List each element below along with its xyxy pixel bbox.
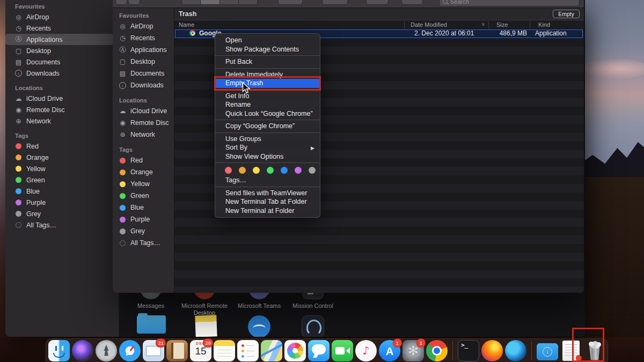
group-button[interactable] (278, 0, 303, 5)
sidebar-item-recents[interactable]: ◷Recents (113, 32, 171, 44)
menu-item-quick-look-google-chrome[interactable]: Quick Look “Google Chrome” (215, 109, 320, 119)
sidebar-item-purple[interactable]: Purple (113, 213, 171, 225)
sidebar-item-applications[interactable]: ⒶApplications (5, 34, 114, 45)
dock-item-siri[interactable] (72, 340, 93, 361)
sidebar-item-all-tags[interactable]: All Tags… (113, 237, 171, 249)
tag-color-dot[interactable] (309, 167, 316, 174)
dock-item-maps[interactable] (261, 340, 282, 361)
dock-item-launchpad[interactable] (96, 340, 117, 361)
menu-item-show-package-contents[interactable]: Show Package Contents (215, 45, 320, 54)
sidebar-item-documents[interactable]: ▤Documents (113, 68, 171, 79)
column-size[interactable]: Size (496, 21, 508, 28)
dock-item-notes[interactable] (214, 340, 235, 361)
sidebar-item-airdrop[interactable]: ◎AirDrop (113, 20, 171, 32)
menu-item-sort-by[interactable]: Sort By▶ (215, 143, 320, 152)
sidebar-item-grey[interactable]: Grey (5, 208, 114, 219)
dock-item-documents-stack[interactable] (560, 340, 582, 361)
openoffice-icon[interactable] (248, 315, 270, 337)
sidebar-item-orange[interactable]: Orange (113, 166, 171, 178)
sidebar-item-downloads[interactable]: ↓Downloads (5, 68, 114, 79)
sidebar-item-documents[interactable]: ▤Documents (5, 56, 114, 68)
tag-color-dot[interactable] (253, 167, 260, 174)
dock-item-contacts[interactable] (166, 340, 188, 361)
menu-item-get-info[interactable]: Get Info (215, 92, 320, 101)
column-date-modified[interactable]: Date Modified (411, 21, 447, 28)
menu-item-rename[interactable]: Rename (215, 100, 320, 109)
menu-item-open[interactable]: Open (215, 36, 320, 45)
postgresql-icon[interactable] (302, 315, 324, 337)
dock-item-terminal[interactable] (458, 340, 479, 361)
column-divider[interactable] (404, 21, 405, 29)
sidebar-item-yellow[interactable]: Yellow (5, 163, 114, 174)
dock-item-itunes[interactable] (355, 340, 377, 361)
dock-item-trash[interactable] (584, 340, 605, 361)
sidebar-item-blue[interactable]: Blue (5, 186, 114, 197)
dock-item-system-preferences[interactable]: 1 (402, 340, 424, 361)
gallery-view-icon[interactable] (239, 0, 257, 4)
folder-icon[interactable] (137, 315, 166, 334)
sidebar-item-applications[interactable]: ⒶApplications (113, 44, 171, 56)
stickies-icon[interactable] (195, 315, 217, 337)
dock-item-photos[interactable] (284, 340, 306, 361)
dock-item-downloads-folder[interactable] (537, 340, 558, 361)
sidebar-item-grey[interactable]: Grey (113, 225, 171, 237)
dock-item-facetime[interactable] (332, 340, 353, 361)
sidebar-item-green[interactable]: Green (113, 190, 171, 202)
sidebar-item-icloud-drive[interactable]: ☁iCloud Drive (5, 93, 114, 104)
sidebar-item-orange[interactable]: Orange (5, 152, 114, 163)
menu-item-send-files-with-teamviewer[interactable]: Send files with TeamViewer (215, 189, 320, 198)
sidebar-item-downloads[interactable]: ↓Downloads (113, 79, 171, 91)
empty-trash-button[interactable]: Empty (553, 10, 580, 18)
column-divider[interactable] (530, 21, 530, 29)
tag-color-dot[interactable] (295, 167, 302, 174)
dock-item-finder[interactable] (48, 340, 70, 361)
sidebar-item-desktop[interactable]: ▢Desktop (5, 45, 114, 56)
menu-item-new-terminal-at-folder[interactable]: New Terminal at Folder (215, 206, 320, 216)
menu-item-empty-trash[interactable]: Empty Trash (215, 79, 320, 88)
column-name[interactable]: Name (179, 21, 194, 28)
column-view-icon[interactable] (220, 0, 239, 4)
tags-button[interactable] (401, 0, 423, 5)
dock-item-chrome[interactable] (426, 340, 448, 361)
dock-item-mail[interactable]: 21 (143, 340, 164, 361)
tag-color-dot[interactable] (281, 167, 288, 174)
column-kind[interactable]: Kind (538, 21, 550, 28)
tag-color-dot[interactable] (267, 167, 274, 174)
menu-item-show-view-options[interactable]: Show View Options (215, 152, 320, 161)
share-button[interactable] (366, 0, 389, 5)
list-view-icon[interactable] (201, 0, 219, 4)
sidebar-item-network[interactable]: ⊕Network (5, 115, 114, 127)
dock-item-safari[interactable] (119, 340, 141, 361)
dock-item-messages[interactable] (308, 340, 330, 361)
menu-item-delete-immediately[interactable]: Delete Immediately (215, 70, 320, 79)
dock-item-firefox[interactable] (481, 340, 503, 361)
menu-item-put-back[interactable]: Put Back (215, 57, 320, 67)
sidebar-item-network[interactable]: ⊕Network (113, 129, 171, 141)
search-input[interactable]: Search (439, 0, 580, 6)
sidebar-item-remote-disc[interactable]: ◉Remote Disc (113, 117, 171, 129)
sidebar-item-red[interactable]: Red (113, 154, 171, 166)
tag-color-dot[interactable] (239, 167, 246, 174)
sidebar-item-airdrop[interactable]: ◎AirDrop (5, 11, 114, 23)
icon-view-icon[interactable] (182, 0, 201, 4)
column-divider[interactable] (488, 21, 489, 29)
sidebar-item-purple[interactable]: Purple (5, 197, 114, 208)
tag-color-dot[interactable] (225, 167, 232, 174)
dock-item-app-store[interactable]: 1 (379, 340, 400, 361)
dock-item-reminders[interactable] (237, 340, 259, 361)
sidebar-item-green[interactable]: Green (5, 174, 114, 186)
sidebar-item-red[interactable]: Red (5, 141, 114, 152)
sidebar-item-all-tags[interactable]: All Tags… (5, 219, 114, 231)
menu-item-new-terminal-tab-at-folder[interactable]: New Terminal Tab at Folder (215, 197, 320, 206)
sidebar-item-desktop[interactable]: ▢Desktop (113, 56, 171, 68)
sidebar-item-blue[interactable]: Blue (113, 202, 171, 213)
sidebar-item-remote-disc[interactable]: ◉Remote Disc (5, 104, 114, 115)
menu-item-use-groups[interactable]: Use Groups (215, 135, 320, 144)
dock-item-edge[interactable] (505, 340, 526, 361)
dock-item-calendar[interactable]: DEC1529 (190, 340, 211, 361)
sidebar-item-icloud-drive[interactable]: ☁iCloud Drive (113, 105, 171, 117)
sidebar-item-yellow[interactable]: Yellow (113, 178, 171, 190)
sidebar-item-recents[interactable]: ◷Recents (5, 23, 114, 34)
menu-item-copy-google-chrome[interactable]: Copy “Google Chrome” (215, 122, 320, 131)
forward-button[interactable]: › (128, 0, 140, 5)
